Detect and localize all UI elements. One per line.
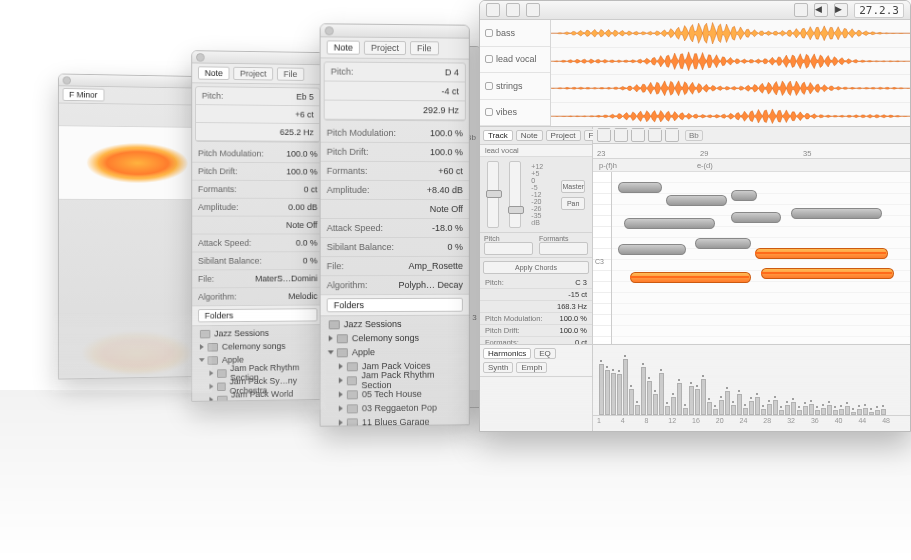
note-blob[interactable] bbox=[791, 208, 882, 219]
pitch-tool-icon[interactable] bbox=[631, 128, 645, 142]
volume-fader-2[interactable] bbox=[509, 161, 521, 228]
pitch-knob[interactable] bbox=[484, 242, 533, 255]
formants-value[interactable]: +60 ct bbox=[415, 166, 463, 176]
sibilant-value[interactable]: 0 % bbox=[415, 242, 463, 252]
play-icon[interactable]: ▶ bbox=[834, 3, 848, 17]
formants-knob[interactable] bbox=[539, 242, 588, 255]
lyric-1: p-(f)h bbox=[599, 161, 617, 170]
cents-value[interactable]: -4 ct bbox=[411, 86, 459, 96]
note-blob[interactable] bbox=[761, 268, 894, 279]
zoom-tool-icon[interactable] bbox=[665, 128, 679, 142]
db-scale: +12+50-5-12-20-26-35 dB bbox=[531, 161, 551, 228]
attack-value[interactable]: -18.0 % bbox=[415, 223, 463, 233]
note-blob[interactable] bbox=[624, 218, 715, 229]
file-name: Amp_Rosette bbox=[408, 261, 462, 271]
pan-button[interactable]: Pan bbox=[561, 197, 584, 210]
tab-file[interactable]: File bbox=[410, 41, 438, 55]
volume-fader-1[interactable] bbox=[487, 161, 499, 228]
tab-track[interactable]: Track bbox=[483, 130, 513, 141]
freq-value[interactable]: 625.2 Hz bbox=[268, 127, 313, 137]
tab-project[interactable]: Project bbox=[546, 130, 581, 141]
key-display-bb[interactable]: Bb bbox=[685, 130, 703, 141]
tracks-overview: bass lead vocal strings vibes bbox=[480, 20, 910, 127]
cut-tool-icon[interactable] bbox=[648, 128, 662, 142]
pdrift-value[interactable]: 100.0 % bbox=[415, 147, 463, 157]
lyric-2: e-(d) bbox=[697, 161, 713, 170]
amp-value[interactable]: +8.40 dB bbox=[415, 185, 463, 195]
time-ruler[interactable]: 232935 bbox=[593, 144, 910, 159]
note-blob[interactable] bbox=[695, 238, 751, 249]
note-blob[interactable] bbox=[666, 195, 728, 206]
freq-value[interactable]: 292.9 Hz bbox=[411, 105, 459, 115]
note-blob[interactable] bbox=[618, 182, 662, 193]
inspector-tabs: Note Project File bbox=[192, 63, 323, 84]
menu-icon[interactable] bbox=[486, 3, 500, 17]
noteoff-toggle[interactable]: Note Off bbox=[415, 204, 463, 214]
pitch-value[interactable]: Eb 5 bbox=[268, 92, 313, 102]
inspector-row[interactable]: Pitch:C 3 bbox=[480, 277, 592, 289]
track-bass[interactable]: bass bbox=[480, 20, 550, 47]
tab-note[interactable]: Note bbox=[327, 40, 360, 54]
snap-icon[interactable] bbox=[526, 3, 540, 17]
selected-track-label: lead vocal bbox=[485, 146, 519, 155]
arrow-tool-icon[interactable] bbox=[597, 128, 611, 142]
main-toolbar: ◀ ▶ 27.2.3 bbox=[480, 1, 910, 20]
note-blob[interactable] bbox=[618, 244, 686, 255]
tab-project[interactable]: Project bbox=[233, 67, 273, 81]
pmod-value[interactable]: 100.0 % bbox=[415, 128, 463, 138]
toolmode-icon[interactable] bbox=[506, 3, 520, 17]
tab-note[interactable]: Note bbox=[516, 130, 543, 141]
note-blob[interactable] bbox=[731, 212, 781, 223]
rewind-icon[interactable]: ◀ bbox=[814, 3, 828, 17]
tab-note[interactable]: Note bbox=[198, 66, 230, 80]
tab-file[interactable]: File bbox=[277, 67, 304, 80]
master-button[interactable]: Master bbox=[561, 180, 584, 193]
timecode[interactable]: 27.2.3 bbox=[854, 3, 904, 18]
select-tool-icon[interactable] bbox=[614, 128, 628, 142]
loop-icon[interactable] bbox=[794, 3, 808, 17]
tab-project[interactable]: Project bbox=[364, 41, 406, 55]
note-blob[interactable] bbox=[731, 190, 757, 201]
key-selector[interactable]: F Minor bbox=[63, 88, 104, 101]
track-lead-vocal[interactable]: lead vocal bbox=[480, 47, 550, 74]
pitch-value[interactable]: D 4 bbox=[411, 67, 459, 77]
track-vibes[interactable]: vibes bbox=[480, 100, 550, 127]
pitch-label: Pitch: bbox=[331, 67, 354, 77]
note-blob[interactable] bbox=[755, 248, 888, 259]
cents-value[interactable]: +6 ct bbox=[268, 110, 313, 120]
track-strings[interactable]: strings bbox=[480, 73, 550, 100]
note-blob[interactable] bbox=[630, 272, 751, 283]
apply-chords-button[interactable]: Apply Chords bbox=[483, 261, 589, 274]
